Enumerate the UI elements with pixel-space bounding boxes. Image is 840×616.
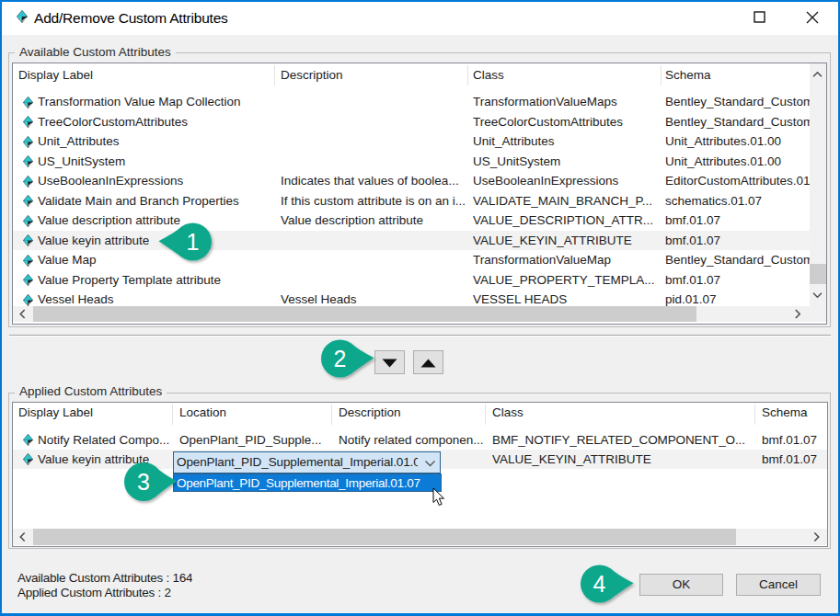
svg-text:1: 1 [187,229,200,255]
svg-text:4: 4 [593,571,606,597]
svg-text:2: 2 [334,346,347,371]
svg-text:3: 3 [137,469,150,495]
